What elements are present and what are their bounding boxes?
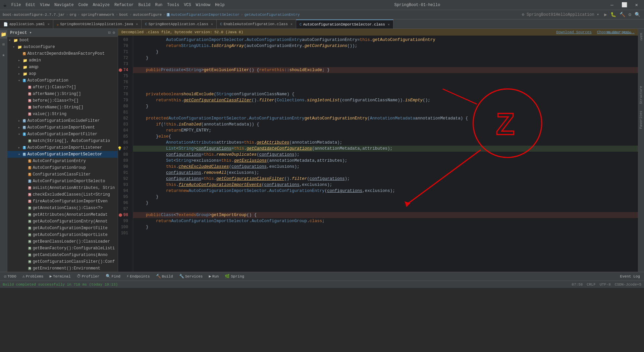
tree-aop[interactable]: ▸ 📁 aop — [7, 70, 118, 77]
tree-importselector[interactable]: ▾ C AutoConfigurationImportSelector — [7, 151, 118, 158]
services-tab[interactable]: 🔧 Services — [176, 273, 206, 280]
tab-class3-close[interactable]: ✕ — [388, 22, 390, 27]
tab-java-close[interactable]: ✕ — [136, 22, 138, 26]
menu-vcs[interactable]: VCS — [182, 2, 193, 8]
tree-autoconfig[interactable]: ▾ I AutoConfiguration — [7, 77, 118, 84]
breadcrumb-org[interactable]: org — [69, 13, 76, 17]
sidebar-collapse-icon[interactable]: ⊟ — [108, 30, 111, 35]
run-button[interactable]: ▶ — [604, 12, 607, 17]
terminal-tab[interactable]: ▶ Terminal — [47, 273, 73, 280]
tree-importevent[interactable]: ▸ C AutoConfigurationImportEvent — [7, 124, 118, 131]
tree-getconffilter[interactable]: ▸ m getConfigurationClassFilter():Conf — [7, 258, 118, 265]
maximize-button[interactable]: ⬜ — [619, 1, 630, 8]
todo-tab[interactable]: ☑ TODO — [1, 273, 19, 280]
tree-aop-arrow: ▸ — [18, 72, 22, 76]
tree-getbeanfactory[interactable]: ▸ m getBeanFactory():ConfigurableListi — [7, 245, 118, 252]
tree-getautofilter[interactable]: ▸ m getAutoConfigurationImportFilte — [7, 225, 118, 232]
tree-getannoclass[interactable]: ▸ m getAnnotationClass():Class<?> — [7, 205, 118, 211]
project-panel-icon[interactable]: 📁 — [0, 30, 7, 39]
tree-checkexcluded[interactable]: ▸ m checkExcludedClasses(List<String — [7, 191, 118, 198]
tab-springboot-main[interactable]: ☕ SpringBoot01HelloApplication.java ✕ — [53, 19, 142, 29]
menu-view[interactable]: View — [38, 2, 52, 8]
tree-autoentry[interactable]: ▸ C AutoConfigurationEntry — [7, 158, 118, 164]
tree-selectorinner[interactable]: ▸ I AutoConfigurationImportSelecto — [7, 178, 118, 185]
filetype-indicator[interactable]: UTF-8 — [600, 283, 611, 287]
tree-admin[interactable]: ▸ 📁 admin — [7, 57, 118, 64]
tree-getenvironment[interactable]: ▸ m getEnvironment():Environment — [7, 265, 118, 272]
structure-panel-icon[interactable]: ≡ — [1, 41, 5, 49]
tree-classfilter[interactable]: ▸ C ConfigurationClassFilter — [7, 171, 118, 178]
tree-abstract[interactable]: ▸ C AbstractDependsOnBeanFactoryPost — [7, 50, 118, 57]
tree-getautoentry[interactable]: ▸ m getAutoConfigurationEntry(Annot — [7, 218, 118, 225]
run-tab[interactable]: ▶ Run — [206, 273, 221, 280]
tree-getcandidates[interactable]: ▸ m getCandidateConfigurations(Anno — [7, 252, 118, 258]
menu-refactor[interactable]: Refactor — [112, 2, 136, 8]
minimize-button[interactable]: — — [608, 2, 616, 8]
tree-beforename[interactable]: ▸ m beforeName():String[] — [7, 104, 118, 111]
tree-getbeanclassloader[interactable]: ▸ m getBeanClassLoader():ClassLoader — [7, 238, 118, 245]
download-sources-link[interactable]: Download Sources — [556, 30, 592, 34]
breadcrumb-class[interactable]: AutoConfigurationImportSelector — [171, 13, 239, 17]
code-lines-container[interactable]: AutoConfigurationImportSelector.AutoConf… — [133, 36, 638, 272]
sidebar-settings-icon[interactable]: ⚙ — [113, 30, 115, 35]
build-tab[interactable]: 🔨 Build — [153, 273, 176, 280]
find-tab[interactable]: 🔍 Find — [103, 273, 123, 280]
run-config-dropdown[interactable]: ⚙ SpringBoot01HelloApplication ▾ — [522, 12, 599, 17]
search-button[interactable]: 🔍 — [635, 12, 640, 17]
tab-class2-close[interactable]: ✕ — [290, 22, 292, 26]
encoding-indicator[interactable]: CRLF — [587, 283, 595, 287]
tree-fireevent[interactable]: ▸ m fireAutoConfigurationImportEven — [7, 198, 118, 205]
menu-file[interactable]: File — [9, 2, 23, 8]
tree-getattributes[interactable]: ▸ m getAttributes(AnnotationMetadat — [7, 211, 118, 218]
tree-after[interactable]: ▸ m after():Class<?>[] — [7, 84, 118, 91]
tab-application-yaml[interactable]: 📄 application.yaml ✕ — [0, 19, 53, 29]
breadcrumb-boot[interactable]: boot — [119, 13, 128, 17]
menu-help[interactable]: Help — [213, 2, 227, 8]
event-log-tab[interactable]: Event Log — [618, 274, 643, 279]
favorites-vtab[interactable]: Favorites — [639, 108, 643, 132]
tab-yaml-close[interactable]: ✕ — [48, 22, 50, 26]
menu-edit[interactable]: Edit — [23, 2, 37, 8]
menu-code[interactable]: Code — [76, 2, 90, 8]
breadcrumb-springframework[interactable]: springframework — [81, 13, 114, 17]
structure-vtab[interactable]: Structure — [639, 83, 643, 107]
tree-aslist[interactable]: ▸ m asList(AnnotationAttributes, Strin — [7, 185, 118, 191]
tree-before[interactable]: ▸ m before():Class<?>[] — [7, 97, 118, 104]
spring-tab[interactable]: 🌿 Spring — [222, 273, 247, 280]
profiler-tab[interactable]: ⏱ Profiler — [74, 273, 102, 280]
tab-class1-close[interactable]: ✕ — [211, 22, 213, 26]
build-button-toolbar[interactable]: 🔨 — [620, 12, 625, 17]
breadcrumb-autoconfigure[interactable]: autoconfigure — [133, 13, 162, 17]
tree-value[interactable]: ▸ m value():String — [7, 111, 118, 117]
menu-build[interactable]: Build — [137, 2, 153, 8]
build-icon: 🔨 — [156, 274, 161, 279]
tree-importlistener[interactable]: ▸ I AutoConfigurationImportListener — [7, 144, 118, 151]
menu-analyze[interactable]: Analyze — [91, 2, 112, 8]
tree-root[interactable]: ▾ 📁 boot — [7, 37, 118, 44]
tree-amqp[interactable]: ▸ 📁 amqp — [7, 64, 118, 70]
close-button[interactable]: ✕ — [633, 1, 641, 8]
menu-run[interactable]: Run — [153, 2, 165, 8]
tree-autoconfigure[interactable]: ▾ 📁 autoconfigure — [7, 44, 118, 50]
tab-autoconfigimport-class[interactable]: C AutoConfigurationImportSelector.class … — [296, 19, 393, 29]
menu-tools[interactable]: Tools — [165, 2, 181, 8]
reader-mode-button[interactable]: Reader Mode — [607, 31, 631, 35]
tree-match[interactable]: ▸ m match(String[], AutoConfiguratio — [7, 138, 118, 144]
tree-autogroup[interactable]: ▸ C AutoConfigurationGroup — [7, 164, 118, 171]
endpoints-tab[interactable]: ⚡ Endpoints — [124, 273, 153, 280]
tab-springbootapp-class[interactable]: C SpringBootApplication.class ✕ — [142, 19, 217, 29]
breadcrumb-method[interactable]: getAutoConfigurationEntry — [245, 13, 300, 17]
problems-tab[interactable]: ⚠ Problems — [20, 273, 46, 280]
tree-aftername[interactable]: ▸ m afterName():String[] — [7, 91, 118, 97]
tree-importfilter[interactable]: ▾ I AutoConfigurationImportFilter — [7, 131, 118, 138]
tree-getautolistener[interactable]: ▸ m getAutoConfigurationImportListe — [7, 232, 118, 238]
favorites-panel-icon[interactable]: ★ — [1, 51, 5, 59]
debug-button[interactable]: 🐛 — [610, 12, 616, 17]
tree-excludefilter[interactable]: ▸ C AutoConfigurationExcludeFilter — [7, 117, 118, 124]
menu-navigate[interactable]: Navigate — [52, 2, 76, 8]
breadcrumb-jar[interactable]: boot-autoconfigure-2.7.7.jar — [3, 13, 65, 17]
menu-window[interactable]: Window — [194, 2, 212, 8]
settings-button[interactable]: ⚙ — [629, 12, 631, 17]
tab-enableauto-class[interactable]: C EnableAutoConfiguration.class ✕ — [217, 19, 296, 29]
line-col-indicator[interactable]: 87:58 — [572, 283, 583, 287]
